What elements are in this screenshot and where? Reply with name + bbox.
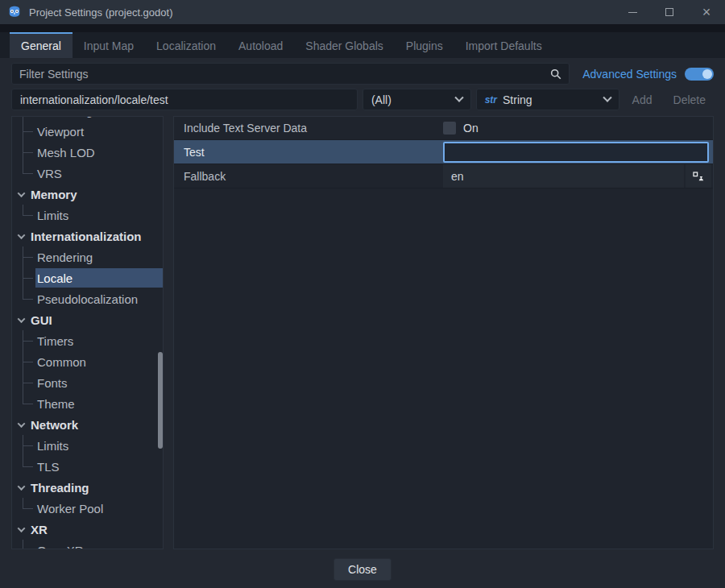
tree-item-label: Common	[37, 355, 86, 369]
tree-item-label: GUI	[31, 313, 52, 327]
chevron-down-icon	[18, 231, 26, 239]
chevron-down-icon	[18, 315, 26, 323]
window-controls: ×	[614, 0, 725, 24]
window-edge-strip	[0, 24, 725, 32]
tree-connector	[23, 205, 35, 226]
tree-connector	[23, 163, 35, 184]
test-value-input[interactable]	[443, 142, 709, 163]
tree-item[interactable]: Limits	[12, 205, 163, 226]
fallback-value-field[interactable]: en	[443, 164, 684, 188]
tree-item-label: VRS	[37, 167, 62, 180]
filter-settings-field[interactable]	[11, 63, 570, 85]
property-label: Fallback	[174, 164, 443, 188]
tree-connector	[23, 267, 35, 288]
tree-item-label: Locale	[37, 271, 72, 285]
tab[interactable]: Autoload	[227, 32, 294, 58]
property-row-fallback: Fallback en	[174, 164, 713, 188]
tree-item-label: Pseudolocalization	[37, 292, 138, 306]
properties-panel: Include Text Server Data On Test Fallbac…	[173, 116, 714, 549]
tree-item[interactable]: Theme	[12, 393, 163, 414]
include-text-server-data-checkbox[interactable]	[443, 122, 456, 135]
tree-item-label: Network	[31, 418, 78, 432]
filter-settings-input[interactable]	[19, 68, 550, 81]
settings-tree-panel: Rendering Device Viewport	[11, 116, 164, 549]
tree-item-label: Internationalization	[31, 230, 142, 243]
tree-item[interactable]: Threading	[12, 477, 163, 498]
chevron-down-icon	[18, 189, 26, 197]
tab-label: Plugins	[406, 39, 443, 52]
type-dropdown[interactable]: str String	[476, 89, 619, 110]
property-value	[443, 140, 713, 164]
dialog-footer: Close	[11, 549, 714, 588]
tree-item[interactable]: Locale	[12, 267, 163, 288]
property-value: en	[443, 164, 713, 188]
tree-item[interactable]: Limits	[12, 435, 163, 456]
tree-item[interactable]: Worker Pool	[12, 498, 163, 519]
search-icon	[550, 68, 561, 80]
minimize-icon	[628, 12, 637, 13]
close-icon: ×	[702, 8, 711, 16]
tree-item[interactable]: TLS	[12, 456, 163, 477]
tab-label: General	[21, 39, 61, 52]
tree-item-label: TLS	[37, 460, 60, 474]
tree-connector	[23, 372, 35, 393]
tree-item[interactable]: Network	[12, 414, 163, 435]
tree-item[interactable]: Common	[12, 351, 163, 372]
delete-button[interactable]: Delete	[665, 93, 714, 106]
add-button[interactable]: Add	[624, 93, 661, 106]
property-path-input[interactable]	[11, 89, 358, 110]
tree-item-label: Mesh LOD	[37, 146, 95, 159]
locale-select-button[interactable]	[686, 164, 711, 188]
tree-item[interactable]: Mesh LOD	[12, 142, 163, 163]
tree-item-label: Rendering Device	[37, 116, 133, 118]
tree-item[interactable]: Timers	[12, 330, 163, 351]
tab[interactable]: Shader Globals	[294, 32, 395, 58]
tree-item-label: Timers	[37, 334, 73, 348]
sidebar-scrollbar-thumb[interactable]	[158, 352, 163, 449]
tree-item[interactable]: Memory	[12, 184, 163, 205]
dialog-content: Advanced Settings (All) str String Add D…	[0, 58, 725, 588]
tree-connector	[23, 456, 35, 477]
tree-connector	[23, 351, 35, 372]
tree-item-label: Threading	[31, 481, 89, 495]
tree-item[interactable]: GUI	[12, 309, 163, 330]
tree-item[interactable]: Fonts	[12, 372, 163, 393]
tab[interactable]: Plugins	[395, 32, 454, 58]
tab-label: Shader Globals	[305, 39, 383, 52]
tree-item-label: OpenXR	[37, 544, 84, 550]
godot-logo-icon	[7, 5, 22, 19]
maximize-button[interactable]	[651, 0, 688, 24]
close-window-button[interactable]: ×	[688, 0, 725, 24]
tree-item-label: Limits	[37, 209, 68, 222]
close-button[interactable]: Close	[334, 558, 392, 581]
settings-tree: Rendering Device Viewport	[12, 116, 163, 549]
window-title: Project Settings (project.godot)	[29, 6, 172, 19]
tree-item[interactable]: Viewport	[12, 121, 163, 142]
minimize-button[interactable]	[614, 0, 651, 24]
tab-label: Localization	[156, 39, 216, 52]
tab[interactable]: Import Defaults	[454, 32, 553, 58]
filter-row: Advanced Settings	[11, 60, 714, 87]
chevron-down-icon	[18, 420, 26, 428]
tab-label: Import Defaults	[466, 39, 542, 52]
tree-connector	[23, 121, 35, 142]
tree-item-label: Theme	[37, 397, 75, 411]
maximize-icon	[665, 8, 673, 16]
tab[interactable]: General	[10, 32, 72, 58]
property-label: Test	[174, 140, 443, 164]
category-filter-dropdown[interactable]: (All)	[362, 89, 471, 110]
tree-connector	[23, 393, 35, 414]
tab[interactable]: Input Map	[72, 32, 145, 58]
checkbox-on-label: On	[463, 122, 478, 135]
advanced-settings-toggle[interactable]	[685, 68, 714, 81]
tree-item[interactable]: OpenXR	[12, 540, 163, 549]
tree-connector	[23, 246, 35, 267]
tree-item[interactable]: Internationalization	[12, 226, 163, 246]
tree-item[interactable]: XR	[12, 519, 163, 540]
tree-item[interactable]: Rendering	[12, 246, 163, 267]
advanced-settings-control: Advanced Settings	[582, 68, 714, 81]
tree-item[interactable]: VRS	[12, 163, 163, 184]
tab[interactable]: Localization	[145, 32, 227, 58]
tree-item-label: XR	[31, 523, 48, 536]
tree-item[interactable]: Pseudolocalization	[12, 288, 163, 309]
